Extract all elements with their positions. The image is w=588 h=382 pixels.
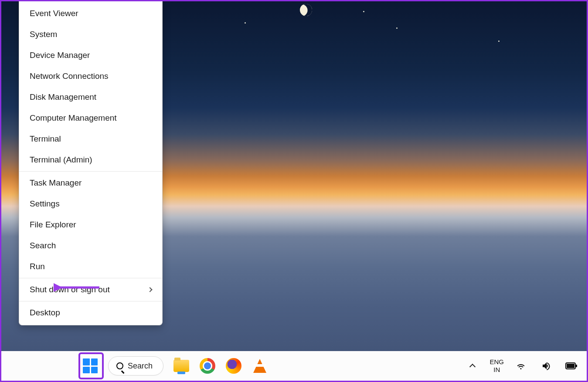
svg-rect-2: [576, 365, 577, 367]
menu-label: Network Connections: [30, 71, 109, 81]
wifi-icon: [516, 361, 526, 371]
menu-item-computer-management[interactable]: Computer Management: [19, 108, 162, 128]
system-tray: ENG IN: [464, 351, 580, 381]
chevron-right-icon: [147, 287, 152, 292]
menu-label: System: [30, 30, 57, 39]
vlc-icon: [253, 359, 266, 373]
battery-tray-icon[interactable]: [563, 358, 580, 374]
language-indicator[interactable]: ENG IN: [489, 358, 504, 374]
menu-label: Event Viewer: [30, 9, 78, 18]
svg-rect-3: [567, 364, 574, 368]
menu-item-file-explorer[interactable]: File Explorer: [19, 214, 162, 235]
menu-item-terminal[interactable]: Terminal: [19, 128, 162, 149]
battery-icon: [565, 362, 578, 370]
vlc-taskbar-icon[interactable]: [252, 358, 268, 374]
menu-label: File Explorer: [30, 220, 76, 230]
tray-overflow-button[interactable]: [464, 358, 481, 374]
speaker-icon: [541, 361, 551, 371]
menu-item-run[interactable]: Run: [19, 256, 162, 277]
menu-item-system[interactable]: System: [19, 24, 162, 45]
taskbar: Search ENG IN: [1, 351, 587, 381]
menu-label: Disk Management: [30, 92, 96, 102]
file-explorer-taskbar-icon[interactable]: [173, 358, 190, 374]
menu-item-disk-management[interactable]: Disk Management: [19, 87, 162, 108]
menu-item-network-connections[interactable]: Network Connections: [19, 66, 162, 87]
lang-top: ENG: [489, 358, 504, 366]
menu-item-desktop[interactable]: Desktop: [19, 302, 162, 323]
start-button[interactable]: [82, 358, 99, 374]
menu-label: Run: [30, 262, 45, 271]
menu-label: Terminal (Admin): [30, 155, 92, 165]
search-icon: [116, 362, 123, 369]
menu-item-event-viewer[interactable]: Event Viewer: [19, 3, 162, 24]
star-decoration: [245, 22, 246, 24]
chrome-icon: [200, 358, 215, 374]
wifi-tray-icon[interactable]: [513, 358, 529, 374]
volume-tray-icon[interactable]: [538, 358, 554, 374]
firefox-icon: [226, 358, 241, 374]
lang-bottom: IN: [489, 366, 504, 374]
desktop-wallpaper: Event Viewer System Device Manager Netwo…: [1, 1, 587, 381]
taskbar-center-group: Search: [82, 356, 268, 375]
menu-label: Terminal: [30, 134, 61, 144]
menu-item-search[interactable]: Search: [19, 235, 162, 256]
power-user-menu: Event Viewer System Device Manager Netwo…: [19, 1, 163, 325]
search-button[interactable]: Search: [108, 356, 163, 375]
moon-decoration: [298, 2, 314, 18]
menu-label: Settings: [30, 199, 60, 209]
chrome-taskbar-icon[interactable]: [199, 358, 216, 374]
firefox-taskbar-icon[interactable]: [225, 358, 242, 374]
menu-item-settings[interactable]: Settings: [19, 193, 162, 214]
menu-separator: [19, 278, 162, 278]
star-decoration: [396, 27, 398, 29]
menu-item-device-manager[interactable]: Device Manager: [19, 45, 162, 66]
star-decoration: [363, 11, 364, 12]
menu-separator: [19, 171, 162, 172]
menu-item-terminal-admin[interactable]: Terminal (Admin): [19, 149, 162, 170]
menu-separator: [19, 301, 162, 301]
menu-label: Search: [30, 241, 56, 250]
menu-item-shut-down-or-sign-out[interactable]: Shut down or sign out: [19, 279, 162, 300]
chevron-up-icon: [469, 364, 476, 370]
windows-logo-icon: [83, 358, 98, 373]
folder-icon: [173, 360, 189, 372]
menu-label: Desktop: [30, 308, 60, 318]
menu-label: Task Manager: [30, 178, 82, 188]
search-label: Search: [128, 362, 153, 371]
menu-label: Computer Management: [30, 113, 117, 123]
menu-label: Shut down or sign out: [30, 285, 110, 294]
menu-label: Device Manager: [30, 51, 90, 60]
star-decoration: [498, 41, 500, 42]
menu-item-task-manager[interactable]: Task Manager: [19, 172, 162, 193]
